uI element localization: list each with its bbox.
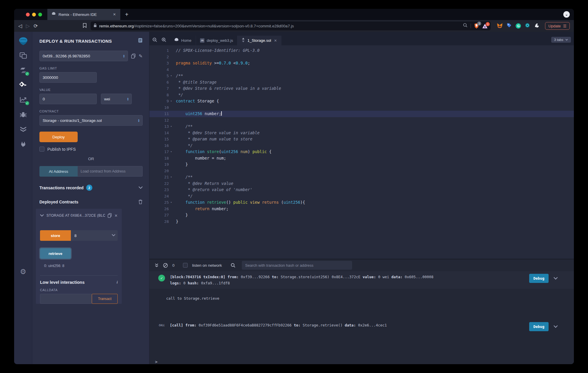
code-line[interactable]: 16 */	[149, 142, 574, 149]
back-icon[interactable]: ◁	[18, 24, 22, 29]
plugin-manager-icon[interactable]	[17, 138, 29, 150]
chevron-down-icon[interactable]	[554, 277, 558, 280]
maximize-window-button[interactable]	[38, 13, 42, 16]
deploy-button[interactable]: Deploy	[39, 132, 78, 142]
expand-terminal-icon[interactable]	[155, 263, 159, 268]
update-button[interactable]: Update☰	[545, 22, 570, 30]
clear-console-icon[interactable]	[163, 263, 168, 268]
metamask-icon[interactable]	[497, 23, 503, 29]
copy-address-icon[interactable]	[108, 213, 112, 218]
tab-storage-sol[interactable]: 1_Storage.sol ✕	[237, 36, 281, 45]
contract-select[interactable]: Storage - contracts/1_Storage.sol ▴▾	[39, 115, 143, 126]
debugger-icon[interactable]	[17, 108, 29, 121]
at-address-input[interactable]	[78, 166, 143, 177]
calldata-input[interactable]	[40, 294, 92, 304]
close-tab-icon[interactable]: ✕	[111, 12, 117, 17]
puzzle-extensions-icon[interactable]	[534, 23, 539, 29]
tabs-count-badge[interactable]: 3 tabs	[551, 37, 571, 43]
zoom-icon[interactable]	[463, 23, 468, 29]
docs-icon[interactable]	[138, 38, 143, 44]
store-function-button[interactable]: store	[40, 230, 71, 241]
file-explorer-icon[interactable]	[17, 49, 29, 62]
store-argument-input[interactable]	[71, 230, 118, 241]
bookmark-icon[interactable]	[83, 23, 87, 29]
close-window-button[interactable]	[26, 13, 30, 16]
code-line[interactable]: 2	[149, 54, 574, 60]
zoom-out-icon[interactable]	[152, 37, 157, 44]
account-select[interactable]: 0xf39...92266 (6.98782850 ▴▾	[39, 51, 128, 61]
code-line[interactable]: 18 number = num;	[149, 155, 574, 162]
teal-extension-icon[interactable]	[525, 23, 530, 29]
solidity-compiler-icon[interactable]: ✓	[17, 64, 29, 77]
terminal-prompt[interactable]: >	[155, 359, 574, 364]
chevron-down-icon[interactable]	[139, 186, 143, 189]
browser-tab[interactable]: Remix - Ethereum IDE ✕	[47, 9, 120, 20]
fold-icon[interactable]: ▾	[169, 149, 174, 155]
tag-extension-icon[interactable]	[507, 23, 512, 29]
code-line[interactable]: 28}	[149, 218, 574, 225]
fold-icon[interactable]: ▾	[169, 73, 174, 79]
debug-button[interactable]: Debug	[529, 274, 549, 283]
collapse-contract-icon[interactable]	[40, 214, 44, 217]
trash-icon[interactable]	[138, 199, 143, 204]
publish-ipfs-checkbox[interactable]	[39, 147, 44, 152]
transact-button[interactable]: Transact	[92, 294, 118, 304]
code-line[interactable]: 24 */	[149, 193, 574, 200]
code-line[interactable]: 7 * @dev Store & retrieve value in a var…	[149, 85, 574, 92]
code-line[interactable]: 22 * @dev Return value	[149, 180, 574, 187]
code-line[interactable]: 26 return number;	[149, 206, 574, 212]
value-input[interactable]	[39, 94, 97, 104]
fold-icon[interactable]: ▾	[169, 174, 174, 180]
code-line[interactable]: 13▾ /**	[149, 123, 574, 130]
code-line[interactable]: 19 }	[149, 161, 574, 168]
code-editor[interactable]: 1// SPDX-License-Identifier: GPL-3.023pr…	[149, 45, 574, 259]
reload-icon[interactable]: ⟳	[34, 24, 38, 29]
remix-logo[interactable]	[17, 35, 29, 47]
code-line[interactable]: 3pragma solidity >=0.7.0 <0.9.0;	[149, 60, 574, 67]
minimize-window-button[interactable]	[32, 13, 36, 16]
edit-account-icon[interactable]: ✎	[139, 53, 143, 59]
code-line[interactable]: 5▾/**	[149, 73, 574, 79]
code-line[interactable]: 4	[149, 67, 574, 73]
info-icon[interactable]: i	[116, 280, 118, 285]
code-line[interactable]: 27 }	[149, 212, 574, 218]
code-line[interactable]: 10	[149, 105, 574, 111]
fold-icon[interactable]: ▾	[169, 199, 174, 206]
code-line[interactable]: 11 uint256 number;	[149, 111, 574, 117]
fold-icon[interactable]: ▾	[169, 123, 174, 130]
brave-shield-icon[interactable]: 2	[474, 23, 479, 29]
code-line[interactable]: 12	[149, 117, 574, 124]
unit-testing-icon[interactable]	[17, 123, 29, 135]
expand-store-icon[interactable]	[112, 234, 115, 236]
close-tab-icon[interactable]: ✕	[274, 39, 277, 43]
tab-deploy-web3[interactable]: JS deploy_web3.js	[196, 36, 238, 45]
code-line[interactable]: 20	[149, 168, 574, 174]
profile-avatar[interactable]: ⌄	[563, 11, 570, 18]
tab-home[interactable]: Home	[170, 36, 196, 45]
new-tab-button[interactable]: +	[120, 9, 133, 20]
copy-account-icon[interactable]	[131, 54, 136, 59]
forward-icon[interactable]: ▷	[26, 24, 30, 29]
code-line[interactable]: 17▾ function store(uint256 num) public {	[149, 149, 574, 155]
retrieve-function-button[interactable]: retrieve	[40, 248, 71, 259]
code-line[interactable]: 15 * @param num value to store	[149, 136, 574, 142]
code-line[interactable]: 25▾ function retrieve() public view retu…	[149, 199, 574, 206]
fold-icon[interactable]: ▾	[169, 98, 174, 105]
zoom-in-icon[interactable]	[161, 37, 166, 44]
terminal-search-input[interactable]	[242, 261, 352, 270]
code-line[interactable]: 8 */	[149, 92, 574, 98]
gas-limit-input[interactable]	[39, 72, 97, 83]
settings-gear-icon[interactable]: ⚙	[20, 268, 26, 276]
bat-rewards-icon[interactable]: 1	[482, 24, 488, 29]
code-line[interactable]: 6 * @title Storage	[149, 79, 574, 86]
code-line[interactable]: 1// SPDX-License-Identifier: GPL-3.0	[149, 47, 574, 54]
deploy-run-icon[interactable]	[17, 79, 29, 91]
solidity-analysis-icon[interactable]: ✓	[17, 94, 29, 106]
listen-network-checkbox[interactable]	[183, 263, 188, 268]
code-line[interactable]: 23 * @return value of 'number'	[149, 187, 574, 193]
url-bar[interactable]: remix.ethereum.org/#optimize=false&runs=…	[91, 21, 491, 30]
grammarly-icon[interactable]: G	[516, 23, 521, 29]
code-line[interactable]: 9▾contract Storage {	[149, 98, 574, 105]
code-line[interactable]: 14 * @dev Store value in variable	[149, 130, 574, 136]
code-line[interactable]: 21▾ /**	[149, 174, 574, 180]
